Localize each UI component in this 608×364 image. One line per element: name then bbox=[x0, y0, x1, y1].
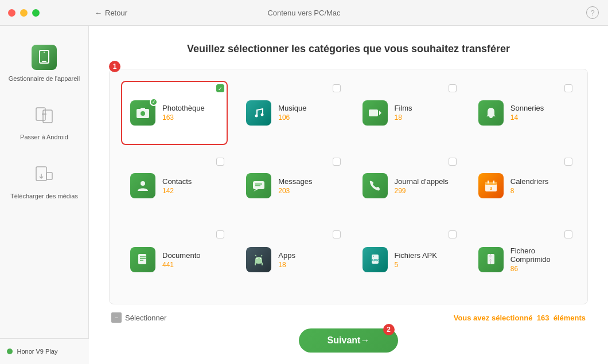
messages-checkbox[interactable] bbox=[333, 158, 341, 166]
category-journal[interactable]: Journal d'appels 299 bbox=[353, 154, 460, 218]
category-fichero-comprimido[interactable]: Fichero Comprimido 86 bbox=[469, 227, 576, 292]
films-checkbox[interactable] bbox=[449, 84, 457, 92]
category-contacts[interactable]: Contacts 142 bbox=[121, 154, 228, 218]
step2-badge: 2 bbox=[383, 324, 395, 335]
titlebar-title: Contenu vers PC/Mac bbox=[267, 9, 340, 17]
musique-count: 106 bbox=[278, 113, 334, 122]
svg-line-34 bbox=[261, 255, 262, 256]
svg-line-33 bbox=[255, 255, 256, 256]
sonneries-icon-wrap bbox=[478, 100, 504, 126]
fichiers-apk-count: 5 bbox=[395, 261, 451, 269]
journal-icon-wrap bbox=[363, 173, 388, 198]
svg-point-3 bbox=[44, 52, 45, 53]
device-connected-indicator bbox=[7, 349, 13, 354]
selected-check-icon bbox=[150, 98, 158, 106]
selection-count: 163 bbox=[537, 314, 549, 322]
fichero-icon-wrap bbox=[478, 247, 504, 272]
svg-rect-15 bbox=[369, 109, 378, 116]
messages-count: 203 bbox=[278, 187, 334, 195]
apps-checkbox[interactable] bbox=[333, 230, 341, 238]
category-fichiers-apk[interactable]: APK Fichiers APK 5 bbox=[353, 227, 460, 292]
documento-icon-wrap bbox=[130, 247, 155, 272]
journal-checkbox[interactable] bbox=[449, 158, 457, 166]
person-icon bbox=[130, 173, 155, 198]
fichiers-apk-checkbox[interactable] bbox=[449, 230, 457, 238]
phototheque-icon-wrap bbox=[130, 100, 155, 126]
sidebar-item-label-download-media: Télécharger des médias bbox=[10, 192, 78, 200]
sidebar-item-download-media[interactable]: Télécharger des médias bbox=[0, 152, 88, 210]
sidebar-device-bar: Honor V9 Play bbox=[0, 338, 89, 364]
svg-rect-23 bbox=[485, 182, 497, 185]
sonneries-info: Sonneries 14 bbox=[510, 104, 567, 122]
fichiers-apk-info: Fichiers APK 5 bbox=[395, 251, 451, 269]
svg-text:APK: APK bbox=[371, 259, 379, 262]
calendriers-count: 8 bbox=[510, 187, 567, 195]
documento-name: Documento bbox=[162, 251, 219, 260]
selection-suffix: éléments bbox=[554, 314, 586, 322]
close-button[interactable] bbox=[8, 9, 15, 17]
messages-name: Messages bbox=[278, 177, 334, 186]
sidebar-item-switch-android[interactable]: Passer à Android bbox=[0, 93, 88, 151]
selection-prefix: Vous avez sélectionné bbox=[454, 314, 533, 322]
category-apps[interactable]: Apps 18 bbox=[237, 227, 344, 292]
musique-info: Musique 106 bbox=[278, 104, 334, 122]
svg-rect-9 bbox=[46, 173, 52, 179]
phototheque-info: Photothèque 163 bbox=[162, 104, 219, 122]
svg-point-14 bbox=[261, 113, 264, 116]
selection-info: Vous avez sélectionné 163 éléments bbox=[454, 314, 586, 322]
fichero-checkbox[interactable] bbox=[564, 230, 572, 238]
sonneries-checkbox[interactable] bbox=[564, 84, 572, 92]
messages-icon-wrap bbox=[246, 173, 271, 198]
musique-checkbox[interactable] bbox=[333, 84, 341, 92]
category-phototheque[interactable]: Photothèque 163 bbox=[121, 81, 228, 145]
svg-rect-12 bbox=[141, 108, 145, 109]
category-documento[interactable]: Documento 441 bbox=[121, 227, 228, 292]
apps-icon-wrap bbox=[246, 247, 271, 272]
contacts-name: Contacts bbox=[162, 177, 219, 186]
maximize-button[interactable] bbox=[32, 9, 40, 17]
svg-point-32 bbox=[260, 258, 261, 259]
back-button[interactable]: ← Retour bbox=[95, 9, 127, 17]
apps-count: 18 bbox=[278, 261, 334, 269]
device-name: Honor V9 Play bbox=[17, 348, 58, 355]
calendriers-checkbox[interactable] bbox=[564, 158, 572, 166]
fichero-name: Fichero Comprimido bbox=[510, 246, 567, 264]
chat-icon bbox=[246, 173, 271, 198]
sidebar-item-label-device-manager: Gestionnaire de l'appareil bbox=[9, 75, 80, 83]
music-icon bbox=[246, 100, 271, 126]
minimize-button[interactable] bbox=[20, 9, 28, 17]
sidebar-item-label-switch-android: Passer à Android bbox=[20, 133, 68, 141]
calendriers-name: Calendriers bbox=[510, 177, 567, 186]
phototheque-checkbox[interactable] bbox=[216, 84, 224, 92]
category-films[interactable]: Films 18 bbox=[353, 81, 460, 145]
fichero-info: Fichero Comprimido 86 bbox=[510, 246, 567, 273]
sidebar-item-device-manager[interactable]: Gestionnaire de l'appareil bbox=[0, 34, 88, 93]
select-all-button[interactable]: − Sélectionner bbox=[111, 312, 166, 323]
category-messages[interactable]: Messages 203 bbox=[237, 154, 344, 218]
switch-android-icon bbox=[32, 103, 57, 128]
svg-rect-43 bbox=[489, 260, 492, 261]
category-calendriers[interactable]: 3 Calendriers 8 bbox=[469, 154, 576, 218]
fichero-count: 86 bbox=[510, 265, 567, 273]
musique-name: Musique bbox=[278, 104, 334, 112]
svg-rect-27 bbox=[138, 254, 146, 264]
calendar-icon: 3 bbox=[478, 173, 504, 198]
category-sonneries[interactable]: Sonneries 14 bbox=[469, 81, 576, 145]
category-musique[interactable]: Musique 106 bbox=[237, 81, 344, 145]
svg-rect-18 bbox=[253, 181, 264, 189]
documento-checkbox[interactable] bbox=[216, 230, 224, 238]
svg-marker-19 bbox=[254, 189, 258, 191]
sonneries-count: 14 bbox=[510, 113, 567, 122]
svg-point-11 bbox=[141, 111, 145, 116]
category-grid: Photothèque 163 Musique 106 bbox=[109, 69, 588, 304]
contacts-icon-wrap bbox=[130, 173, 155, 198]
android-icon bbox=[246, 247, 271, 272]
help-button[interactable]: ? bbox=[586, 6, 599, 19]
contacts-checkbox[interactable] bbox=[216, 158, 224, 166]
films-icon-wrap bbox=[363, 100, 388, 126]
sidebar: Gestionnaire de l'appareil Passer à Andr… bbox=[0, 0, 89, 364]
next-label: Suivant→ bbox=[328, 335, 370, 346]
device-manager-icon bbox=[32, 45, 57, 70]
apps-info: Apps 18 bbox=[278, 251, 334, 269]
calendriers-info: Calendriers 8 bbox=[510, 177, 567, 195]
